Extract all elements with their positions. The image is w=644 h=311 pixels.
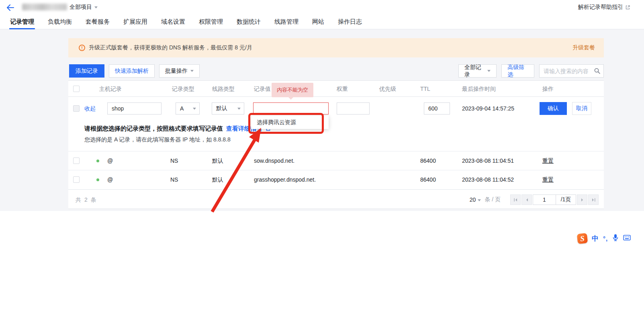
upgrade-banner: ! 升级正式版套餐，获得更极致的 DNS 解析服务，最低仅需 8 元/月 升级套…: [68, 38, 604, 57]
record-filter-dropdown[interactable]: 全部记录: [458, 64, 497, 78]
tab-domain-settings[interactable]: 域名设置: [161, 15, 185, 29]
tab-operation-log[interactable]: 操作日志: [338, 15, 362, 29]
ttl-input[interactable]: [424, 102, 450, 115]
status-dot-icon: [96, 178, 99, 181]
tab-extensions[interactable]: 扩展应用: [123, 15, 147, 29]
add-record-button[interactable]: 添加记录: [69, 64, 104, 78]
row-checkbox[interactable]: [73, 176, 80, 183]
ime-toolbar: S 中 °,: [577, 232, 631, 244]
batch-operations-label: 批量操作: [165, 68, 188, 75]
cell-updated: 2023-08-08 11:04:52: [462, 170, 514, 189]
sogou-logo-icon[interactable]: S: [577, 233, 588, 243]
toolbar-left: 添加记录 快速添加解析 批量操作: [69, 64, 200, 78]
record-filter-label: 全部记录: [464, 64, 485, 78]
reset-link[interactable]: 重置: [542, 151, 554, 170]
tab-plan-service[interactable]: 套餐服务: [86, 15, 110, 29]
table-footer: 共 2 条 20 条 / 页 /1页: [68, 189, 604, 209]
select-tencent-resource-option[interactable]: 选择腾讯云资源: [251, 116, 329, 129]
col-updated: 最后操作时间: [462, 81, 496, 97]
page-size-value[interactable]: 20: [470, 196, 476, 203]
project-filter-label: 全部项目: [70, 4, 92, 11]
project-filter-dropdown[interactable]: 全部项目: [70, 4, 98, 11]
cell-value: sow.dnspod.net.: [254, 151, 294, 170]
reset-link[interactable]: 重置: [542, 170, 554, 189]
cell-line: 默认: [212, 170, 223, 189]
advanced-filter-button[interactable]: 高级筛选: [501, 64, 534, 78]
table-row: @ NS 默认 sow.dnspod.net. 86400 2023-08-08…: [68, 151, 604, 170]
col-priority: 优先级: [379, 81, 396, 97]
tab-website[interactable]: 网站: [312, 15, 324, 29]
edit-row-updated-time: 2023-09-04 14:57:25: [462, 102, 514, 115]
row-checkbox[interactable]: [73, 105, 80, 112]
help-guide-label: 解析记录帮助指引: [578, 4, 623, 11]
tab-bar: 记录管理 负载均衡 套餐服务 扩展应用 域名设置 权限管理 数据统计 线路管理 …: [0, 15, 644, 29]
per-page-label: 条 / 页: [485, 196, 501, 203]
chevron-down-icon: [237, 108, 241, 110]
record-value-help-title: 请根据您选择的记录类型，按照格式要求填写记录值 查看详细指引: [84, 125, 271, 133]
cell-type: NS: [170, 170, 178, 189]
back-arrow-icon[interactable]: [6, 3, 15, 12]
record-type-value: A: [180, 105, 184, 112]
chevron-down-icon: [190, 70, 194, 72]
ime-punctuation-toggle[interactable]: °,: [603, 235, 608, 242]
col-host: 主机记录: [99, 81, 122, 97]
warning-icon: !: [79, 45, 85, 51]
pagination: 20 条 / 页 /1页: [470, 194, 599, 205]
resource-dropdown: 选择腾讯云资源: [251, 116, 329, 129]
confirm-button[interactable]: 确认: [540, 102, 567, 115]
chevron-down-icon[interactable]: [478, 199, 481, 201]
prev-page-button[interactable]: [521, 194, 532, 205]
col-weight: 权重: [337, 81, 348, 97]
record-value-input[interactable]: [253, 102, 329, 115]
record-type-select[interactable]: A: [176, 102, 200, 115]
ime-language-toggle[interactable]: 中: [592, 234, 599, 243]
blurred-project-name: [22, 4, 67, 10]
cell-host: @: [107, 170, 113, 189]
keyboard-icon[interactable]: [623, 235, 631, 242]
table-header-row: 主机记录 记录类型 线路类型 记录值 权重 优先级 TTL 最后操作时间 操作: [68, 81, 604, 97]
weight-input[interactable]: [337, 102, 370, 115]
search-icon[interactable]: [594, 68, 601, 76]
topbar: 全部项目 解析记录帮助指引: [0, 0, 644, 15]
first-page-button[interactable]: [510, 194, 521, 205]
tab-record-management[interactable]: 记录管理: [10, 15, 34, 29]
upgrade-plan-link[interactable]: 升级套餐: [572, 44, 595, 51]
toolbar-right: 全部记录 高级筛选: [458, 64, 604, 78]
page-number-input[interactable]: [533, 194, 556, 205]
cell-value: grasshopper.dnspod.net.: [254, 170, 316, 189]
col-value: 记录值: [254, 81, 271, 97]
tab-line-management[interactable]: 线路管理: [274, 15, 298, 29]
help-guide-link[interactable]: 解析记录帮助指引: [578, 4, 630, 11]
tab-permission-management[interactable]: 权限管理: [199, 15, 223, 29]
records-table: 主机记录 记录类型 线路类型 记录值 权重 优先级 TTL 最后操作时间 操作 …: [68, 80, 604, 209]
chevron-down-icon: [193, 108, 196, 110]
microphone-icon[interactable]: [612, 234, 619, 243]
col-type: 记录类型: [172, 81, 194, 97]
cell-ttl: 86400: [420, 170, 436, 189]
col-line: 线路类型: [212, 81, 235, 97]
last-page-button[interactable]: [588, 194, 599, 205]
quick-add-button[interactable]: 快速添加解析: [109, 64, 155, 78]
banner-message: 升级正式版套餐，获得更极致的 DNS 解析服务，最低仅需 8 元/月: [89, 44, 252, 51]
cancel-button[interactable]: 取消: [572, 102, 591, 115]
cell-host: @: [107, 151, 113, 170]
line-type-value: 默认: [216, 105, 227, 112]
collapse-link[interactable]: 收起: [84, 105, 96, 113]
search-box: [539, 64, 604, 78]
row-checkbox[interactable]: [73, 158, 80, 164]
total-count: 共 2 条: [76, 190, 97, 210]
batch-operations-dropdown[interactable]: 批量操作: [159, 64, 200, 78]
chevron-down-icon: [94, 6, 98, 8]
total-pages-label: /1页: [556, 194, 576, 205]
host-input[interactable]: [107, 102, 162, 115]
tab-data-statistics[interactable]: 数据统计: [237, 15, 261, 29]
cell-ttl: 86400: [420, 151, 436, 170]
status-dot-icon: [96, 160, 99, 162]
cell-type: NS: [170, 151, 178, 170]
edit-record-row: 收起 A 默认 2023-09-04 14:57:25 确认 取消 请根据您选择…: [68, 97, 604, 151]
select-all-checkbox[interactable]: [73, 86, 80, 92]
line-type-select[interactable]: 默认: [212, 102, 244, 115]
record-value-help-detail: 您选择的是 A 记录，请在此填写服务器 IP 地址，如 8.8.8.8: [84, 136, 231, 143]
tab-load-balancing[interactable]: 负载均衡: [48, 15, 72, 29]
next-page-button[interactable]: [577, 194, 587, 205]
